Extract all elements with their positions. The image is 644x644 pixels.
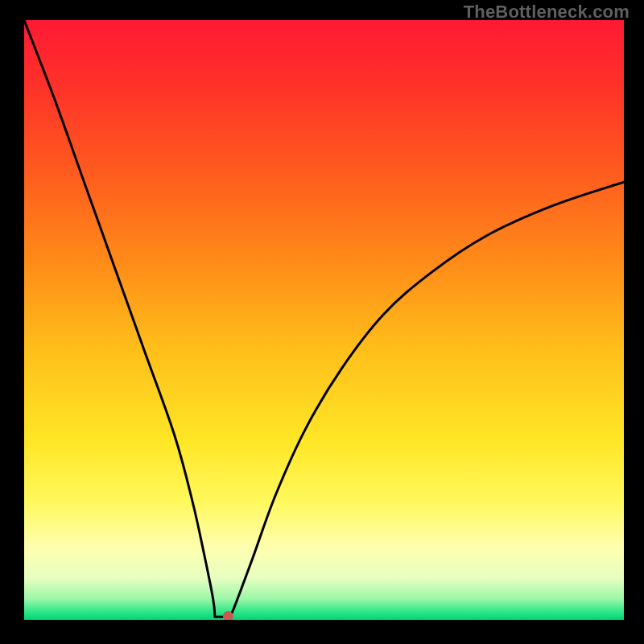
gradient-background <box>24 20 624 620</box>
chart-frame: TheBottleneck.com <box>0 0 644 644</box>
bottleneck-chart <box>24 20 624 620</box>
plot-area <box>24 20 624 620</box>
